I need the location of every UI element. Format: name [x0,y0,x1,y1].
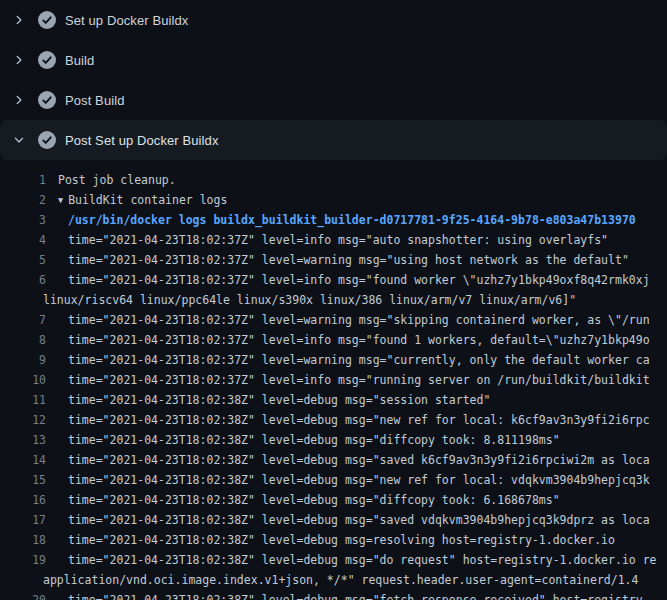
log-line: 1Post job cleanup. [0,170,667,190]
log-line: 11time="2021-04-23T18:02:38Z" level=debu… [0,390,667,410]
workflow-log-panel: Set up Docker BuildxBuildPost BuildPost … [0,0,667,600]
group-caret-icon[interactable]: ▼ [58,190,63,210]
line-number[interactable]: 5 [0,250,46,270]
log-text: time="2021-04-23T18:02:38Z" level=debug … [46,510,650,530]
log-text: time="2021-04-23T18:02:37Z" level=info m… [46,270,650,290]
line-number[interactable]: 6 [0,270,46,290]
log-line: 17time="2021-04-23T18:02:38Z" level=debu… [0,510,667,530]
log-text: ▼BuildKit container logs [46,190,227,210]
line-number[interactable]: 7 [0,310,46,330]
check-circle-icon [38,11,56,29]
step-row-post-set-up-docker-buildx[interactable]: Post Set up Docker Buildx [0,120,667,160]
log-text: Post job cleanup. [46,170,176,190]
log-line: 15time="2021-04-23T18:02:38Z" level=debu… [0,470,667,490]
log-text: time="2021-04-23T18:02:38Z" level=debug … [46,430,560,450]
line-number[interactable]: 3 [0,210,46,230]
log-text: time="2021-04-23T18:02:38Z" level=debug … [46,390,490,410]
line-number[interactable]: 4 [0,230,46,250]
log-text: time="2021-04-23T18:02:38Z" level=debug … [46,530,615,550]
step-row-post-build[interactable]: Post Build [0,80,667,120]
log-line: linux/riscv64 linux/ppc64le linux/s390x … [0,290,667,310]
step-label: Post Set up Docker Buildx [65,133,219,148]
log-text: time="2021-04-23T18:02:38Z" level=debug … [46,410,650,430]
log-line: 12time="2021-04-23T18:02:38Z" level=debu… [0,410,667,430]
step-label: Build [65,53,94,68]
log-text: application/vnd.oci.image.index.v1+json,… [43,570,638,590]
line-number[interactable]: 18 [0,530,46,550]
chevron-down-icon[interactable] [12,133,26,147]
log-line: 20time="2021-04-23T18:02:38Z" level=debu… [0,590,667,600]
log-text: linux/riscv64 linux/ppc64le linux/s390x … [43,290,576,310]
chevron-right-icon[interactable] [12,93,26,107]
line-number[interactable]: 10 [0,370,46,390]
log-text: time="2021-04-23T18:02:38Z" level=debug … [46,470,650,490]
log-text: time="2021-04-23T18:02:38Z" level=debug … [46,490,560,510]
log-line: 9time="2021-04-23T18:02:37Z" level=warni… [0,350,667,370]
step-row-build[interactable]: Build [0,40,667,80]
log-line: 5time="2021-04-23T18:02:37Z" level=warni… [0,250,667,270]
log-line: application/vnd.oci.image.index.v1+json,… [0,570,667,590]
log-group-title: BuildKit container logs [68,193,227,207]
line-number[interactable]: 19 [0,550,46,570]
line-number[interactable]: 2 [0,190,46,210]
log-line: 14time="2021-04-23T18:02:38Z" level=debu… [0,450,667,470]
step-list: Set up Docker BuildxBuildPost BuildPost … [0,0,667,160]
line-number[interactable]: 15 [0,470,46,490]
step-row-set-up-docker-buildx[interactable]: Set up Docker Buildx [0,0,667,40]
chevron-right-icon[interactable] [12,13,26,27]
log-text: time="2021-04-23T18:02:37Z" level=info m… [46,230,608,250]
log-text: time="2021-04-23T18:02:38Z" level=debug … [46,550,657,570]
line-number[interactable]: 13 [0,430,46,450]
log-line: 3/usr/bin/docker logs buildx_buildkit_bu… [0,210,667,230]
log-text: time="2021-04-23T18:02:37Z" level=warnin… [46,350,650,370]
log-command-text: /usr/bin/docker logs buildx_buildkit_bui… [46,210,636,230]
log-line: 19time="2021-04-23T18:02:38Z" level=debu… [0,550,667,570]
log-line: 4time="2021-04-23T18:02:37Z" level=info … [0,230,667,250]
log-line: 18time="2021-04-23T18:02:38Z" level=debu… [0,530,667,550]
log-line: 10time="2021-04-23T18:02:37Z" level=info… [0,370,667,390]
line-number[interactable]: 16 [0,490,46,510]
log-line: 6time="2021-04-23T18:02:37Z" level=info … [0,270,667,290]
check-circle-icon [38,51,56,69]
log-text: time="2021-04-23T18:02:37Z" level=warnin… [46,250,629,270]
step-label: Post Build [65,93,125,108]
check-circle-icon [38,131,56,149]
log-line: 8time="2021-04-23T18:02:37Z" level=info … [0,330,667,350]
log-text: time="2021-04-23T18:02:37Z" level=warnin… [46,310,650,330]
log-text: time="2021-04-23T18:02:37Z" level=info m… [46,370,650,390]
line-number[interactable]: 12 [0,410,46,430]
line-number[interactable]: 14 [0,450,46,470]
line-number[interactable]: 9 [0,350,46,370]
log-text: time="2021-04-23T18:02:38Z" level=debug … [46,590,650,600]
check-circle-icon [38,91,56,109]
log-text: time="2021-04-23T18:02:38Z" level=debug … [46,450,650,470]
line-number[interactable]: 1 [0,170,46,190]
line-number[interactable]: 20 [0,590,46,600]
log-viewer: 1Post job cleanup.2▼BuildKit container l… [0,160,667,600]
log-line: 16time="2021-04-23T18:02:38Z" level=debu… [0,490,667,510]
line-number[interactable]: 11 [0,390,46,410]
line-number[interactable]: 8 [0,330,46,350]
log-line: 13time="2021-04-23T18:02:38Z" level=debu… [0,430,667,450]
step-label: Set up Docker Buildx [65,13,188,28]
chevron-right-icon[interactable] [12,53,26,67]
line-number[interactable]: 17 [0,510,46,530]
log-text: time="2021-04-23T18:02:37Z" level=info m… [46,330,650,350]
log-line: 2▼BuildKit container logs [0,190,667,210]
log-line: 7time="2021-04-23T18:02:37Z" level=warni… [0,310,667,330]
